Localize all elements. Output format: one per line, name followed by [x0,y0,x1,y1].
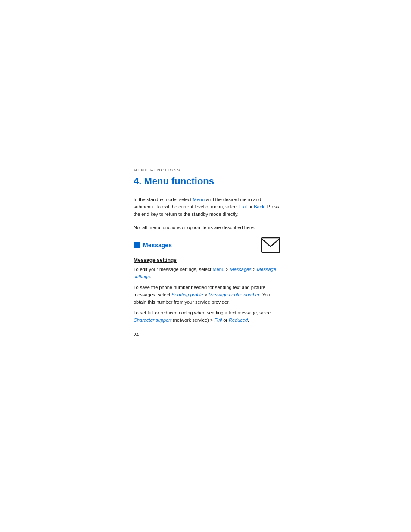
character-support-link[interactable]: Character support [134,317,171,323]
exit-link[interactable]: Exit [239,204,247,209]
sending-profile-link[interactable]: Sending profile [171,292,203,297]
menu-link-2[interactable]: Menu [212,267,224,272]
page-number: 24 [134,332,280,337]
messages-section-header: Messages [134,237,280,253]
body-paragraph-3: To set full or reduced coding when sendi… [134,309,280,324]
back-link[interactable]: Back [254,204,264,209]
messages-title-row: Messages [134,242,172,249]
full-link[interactable]: Full [214,317,222,323]
page-container: Menu functions 4. Menu functions In the … [0,0,411,532]
message-settings-heading: Message settings [134,257,280,263]
menu-link[interactable]: Menu [193,197,205,202]
body-paragraph-2: To save the phone number needed for send… [134,284,280,306]
intro-paragraph-2: Not all menu functions or option items a… [134,224,280,231]
message-settings-link[interactable]: Message settings [134,267,276,279]
envelope-icon [261,237,280,253]
blue-square-icon [134,242,140,248]
messages-section-title: Messages [143,242,172,249]
chapter-heading: 4. Menu functions [134,176,280,190]
message-centre-number-link[interactable]: Message centre number [209,292,260,297]
content-area: Menu functions 4. Menu functions In the … [134,168,280,337]
chapter-title: Menu functions [144,176,214,187]
body-paragraph-1: To edit your message settings, select Me… [134,266,280,280]
reduced-link[interactable]: Reduced [229,317,248,323]
svg-rect-0 [262,238,280,252]
messages-link[interactable]: Messages [230,267,252,272]
intro-paragraph-1: In the standby mode, select Menu and the… [134,196,280,218]
chapter-number: 4. [134,176,141,187]
section-label: Menu functions [134,168,280,172]
